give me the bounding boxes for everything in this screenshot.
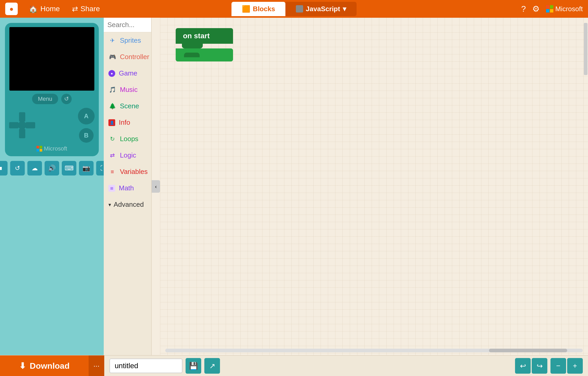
canvas-scrollbar[interactable]: [160, 348, 588, 353]
simulator-screen: [9, 27, 94, 91]
restart-button[interactable]: ↺: [10, 161, 25, 176]
screenshot-button[interactable]: 📷: [79, 161, 94, 176]
tab-javascript[interactable]: JavaScript ▾: [285, 2, 357, 16]
dpad-down[interactable]: [19, 129, 25, 138]
download-button[interactable]: ⬇ Download: [0, 355, 89, 376]
sidebar-item-math[interactable]: ⊞ Math: [104, 180, 151, 196]
tab-blocks[interactable]: 🟧 Blocks: [231, 2, 285, 16]
blocks-canvas[interactable]: on start: [160, 18, 588, 355]
restart-icon: ↺: [15, 165, 20, 172]
dpad-up[interactable]: [19, 112, 25, 122]
scrollbar-thumb[interactable]: [489, 349, 567, 352]
sidebar-item-info[interactable]: 👤 Info: [104, 114, 151, 131]
button-a-label: A: [84, 112, 88, 120]
sprites-label: Sprites: [120, 36, 141, 45]
sidebar-item-scene[interactable]: 🌲 Scene: [104, 98, 151, 114]
zoom-out-icon: −: [556, 362, 560, 370]
save-button[interactable]: 💾: [186, 358, 201, 374]
block-sidebar: 🔍 ✈ Sprites 🎮 Controller ● Game 🎵 Music …: [104, 18, 152, 355]
scene-icon: 🌲: [108, 102, 116, 110]
blocks-label: Blocks: [253, 5, 275, 13]
game-icon: ●: [108, 70, 115, 77]
advanced-label: Advanced: [114, 200, 144, 209]
on-start-block: on start: [176, 28, 233, 61]
sidebar-item-sprites[interactable]: ✈ Sprites: [104, 32, 151, 49]
sidebar-item-loops[interactable]: ↻ Loops: [104, 131, 151, 147]
controller-icon: 🎮: [108, 53, 116, 61]
download-label: Download: [30, 361, 70, 371]
advanced-chevron-icon: ▾: [108, 202, 111, 208]
vscrollbar-thumb[interactable]: [584, 23, 587, 75]
zoom-in-icon: +: [573, 362, 577, 370]
sim-toolbar: ■ ↺ ☁ 🔊 ⌨ 📷 ⛶: [0, 161, 111, 176]
logo-icon: ●: [9, 5, 14, 13]
js-chevron-icon: ▾: [343, 5, 346, 13]
logic-label: Logic: [120, 151, 136, 159]
music-label: Music: [120, 86, 138, 94]
share-button[interactable]: ⇄ Share: [67, 3, 105, 15]
download-arrow-icon: ⬇: [19, 361, 26, 371]
sidebar-item-game[interactable]: ● Game: [104, 65, 151, 82]
sim-menu-label: Menu: [38, 96, 52, 102]
debug-button[interactable]: ☁: [27, 161, 42, 176]
sim-controls: A B: [9, 108, 95, 143]
gear-icon: ⚙: [532, 4, 540, 14]
blocks-icon: 🟧: [242, 5, 250, 13]
undo-redo-area: ↩ ↪ − +: [515, 358, 583, 374]
save-icon: 💾: [189, 362, 198, 370]
button-b[interactable]: B: [79, 128, 94, 143]
debug-icon: ☁: [32, 165, 38, 172]
search-input[interactable]: [107, 21, 152, 29]
sidebar-item-controller[interactable]: 🎮 Controller: [104, 49, 151, 65]
microsoft-logo: Microsoft: [546, 5, 583, 13]
help-icon: ?: [521, 4, 526, 14]
device-ms-label: Microsoft: [44, 145, 67, 152]
sound-icon: 🔊: [48, 165, 56, 172]
loops-label: Loops: [120, 135, 138, 143]
undo-button[interactable]: ↩: [515, 358, 531, 374]
sidebar-item-variables[interactable]: ≡ Variables: [104, 164, 151, 180]
github-icon: ↗: [209, 362, 215, 370]
app-logo: ●: [5, 3, 18, 15]
tab-group: 🟧 Blocks JavaScript ▾: [231, 2, 357, 16]
home-button[interactable]: 🏠 Home: [24, 3, 65, 15]
zoom-out-button[interactable]: −: [550, 358, 566, 374]
redo-button[interactable]: ↪: [532, 358, 547, 374]
sound-button[interactable]: 🔊: [45, 161, 59, 176]
topnav-right: ? ⚙ Microsoft: [521, 4, 583, 14]
help-button[interactable]: ?: [521, 4, 526, 14]
controller-label: Controller: [120, 53, 149, 61]
loops-icon: ↻: [108, 135, 116, 143]
sim-refresh-button[interactable]: ↺: [61, 94, 72, 104]
ms-grid-icon: [546, 5, 553, 12]
dpad: [9, 112, 35, 138]
keyboard-button[interactable]: ⌨: [62, 161, 76, 176]
zoom-in-button[interactable]: +: [567, 358, 583, 374]
music-icon: 🎵: [108, 86, 116, 94]
download-more-button[interactable]: ···: [89, 355, 104, 376]
sidebar-item-logic[interactable]: ⇄ Logic: [104, 147, 151, 164]
github-button[interactable]: ↗: [204, 358, 220, 374]
sidebar-item-advanced[interactable]: ▾ Advanced: [104, 196, 151, 213]
math-icon: ⊞: [108, 185, 115, 192]
stop-icon: ■: [0, 165, 2, 172]
collapse-sidebar-button[interactable]: ‹: [152, 180, 160, 193]
sim-menu-row: Menu ↺: [32, 94, 71, 104]
dpad-right[interactable]: [26, 122, 35, 128]
share-label: Share: [81, 5, 100, 13]
project-name-input[interactable]: [109, 359, 182, 373]
js-label: JavaScript: [306, 5, 340, 13]
dpad-left[interactable]: [9, 122, 19, 128]
canvas-vscrollbar[interactable]: [583, 18, 588, 355]
sim-menu-button[interactable]: Menu: [32, 94, 58, 104]
sprites-icon: ✈: [108, 37, 116, 45]
microsoft-label: Microsoft: [555, 5, 583, 13]
button-a[interactable]: A: [78, 108, 95, 124]
scrollbar-track[interactable]: [165, 349, 583, 352]
variables-icon: ≡: [108, 168, 116, 176]
main-layout: Menu ↺ A B: [0, 18, 588, 355]
sidebar-item-music[interactable]: 🎵 Music: [104, 82, 151, 98]
info-label: Info: [119, 118, 130, 127]
stop-button[interactable]: ■: [0, 161, 8, 176]
settings-button[interactable]: ⚙: [532, 4, 540, 14]
